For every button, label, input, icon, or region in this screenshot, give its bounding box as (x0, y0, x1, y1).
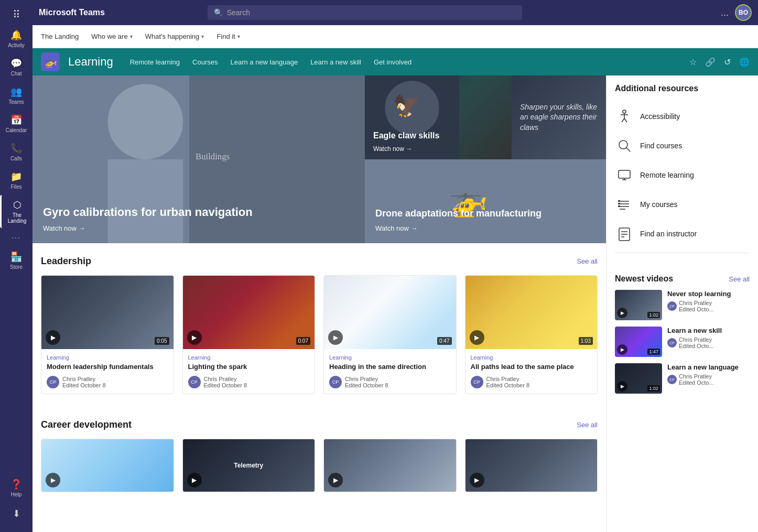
leadership-video-grid: ▶ 0:05 Learning Modern leadership fundam… (41, 275, 598, 394)
newest-video-title: Learn a new language (667, 363, 750, 371)
play-button[interactable]: ▶ (470, 330, 484, 345)
video-info-3: Learning All paths lead to the same plac… (465, 349, 598, 394)
play-button[interactable]: ▶ (328, 473, 343, 487)
hero-left[interactable]: Gyro calibrations for urban navigation W… (33, 75, 365, 243)
newest-card-1[interactable]: ▶ 1:47 Learn a new skill CP Chris Pratle… (615, 327, 750, 357)
sidebar-item-teams[interactable]: 👥 Teams (0, 82, 33, 109)
main-area: Microsoft Teams 🔍 ... BO The Landing Who… (33, 0, 758, 532)
sidebar-item-activity[interactable]: 🔔 Activity (0, 25, 33, 52)
refresh-icon[interactable]: ↺ (724, 57, 731, 67)
play-button[interactable]: ▶ (617, 381, 627, 392)
resources-title: Additional resources (615, 84, 750, 93)
sidebar-item-chat[interactable]: 💬 Chat (0, 53, 33, 81)
newest-card-2[interactable]: ▶ 1:02 Learn a new language CP Chris Pra… (615, 363, 750, 394)
play-button[interactable]: ▶ (470, 473, 484, 487)
career-card-2[interactable]: ▶ (323, 439, 457, 492)
search-input[interactable] (227, 8, 516, 17)
hero-right-bottom[interactable]: Drone adaptations for manufacturing Watc… (365, 159, 606, 243)
author-info: Chris Pratley Edited Octo... (679, 373, 714, 386)
play-button[interactable]: ▶ (328, 330, 343, 345)
sidebar-item-download[interactable]: ⬇ (0, 504, 33, 524)
video-card-3[interactable]: ▶ 1:03 Learning All paths lead to the sa… (465, 275, 598, 394)
hero-left-watch-button[interactable]: Watch now → (43, 224, 85, 232)
newest-author-row: CP Chris Pratley Edited Octo... (667, 373, 750, 386)
play-button[interactable]: ▶ (617, 308, 627, 318)
store-icon: 🏪 (10, 251, 22, 263)
author-info: Chris Pratley Edited Octo... (679, 300, 714, 312)
play-button[interactable]: ▶ (187, 473, 202, 487)
play-button[interactable]: ▶ (46, 330, 60, 345)
learning-nav-courses[interactable]: Courses (192, 58, 218, 66)
my-courses-label: My courses (640, 200, 678, 209)
learning-nav-remote[interactable]: Remote learning (130, 58, 180, 66)
sidebar-item-calendar[interactable]: 📅 Calendar (0, 110, 33, 137)
author-avatar: CP (667, 375, 677, 384)
video-category: Learning (188, 354, 310, 361)
resource-my-courses[interactable]: My courses (615, 190, 750, 219)
hero-bottom-right-watch[interactable]: Watch now → (375, 224, 417, 232)
hero-bottom-right-title: Drone adaptations for manufacturing (375, 208, 542, 219)
channel-nav-find-it[interactable]: Find it ▾ (216, 26, 240, 47)
calendar-icon: 📅 (10, 114, 22, 126)
video-card-1[interactable]: ▶ 0:07 Learning Lighting the spark CP Ch… (182, 275, 316, 394)
app-title: Microsoft Teams (39, 8, 105, 17)
video-title: Modern leadership fundamentals (47, 363, 168, 372)
sidebar-item-calls[interactable]: 📞 Calls (0, 138, 33, 166)
channel-nav: The Landing Who we are ▾ What's happenin… (33, 25, 758, 48)
channel-nav-the-landing[interactable]: The Landing (41, 26, 79, 47)
more-icon: ··· (12, 233, 21, 242)
teams-icon: 👥 (10, 86, 22, 97)
sidebar-item-label: Chat (10, 71, 21, 77)
video-card-0[interactable]: ▶ 0:05 Learning Modern leadership fundam… (41, 275, 174, 394)
learning-nav-skill[interactable]: Learn a new skill (310, 58, 361, 66)
learning-nav-involved[interactable]: Get involved (374, 58, 412, 66)
sidebar-item-the-landing[interactable]: ⬡ The Landing (0, 195, 33, 228)
channel-nav-who-we-are[interactable]: Who we are ▾ (91, 26, 132, 47)
learning-header: 🚁 Learning Remote learning Courses Learn… (33, 48, 758, 75)
resource-find-courses[interactable]: Find courses (615, 131, 750, 160)
chevron-down-icon: ▾ (130, 34, 133, 39)
play-button[interactable]: ▶ (187, 330, 202, 345)
career-card-1[interactable]: ▶ Telemetry (182, 439, 316, 492)
career-section: Career development See all ▶ ▶ Tel (33, 407, 606, 505)
channel-nav-whats-happening[interactable]: What's happening ▾ (145, 26, 204, 47)
sidebar-item-label: Help (11, 492, 22, 497)
newest-card-0[interactable]: ▶ 1:02 Never stop learning CP Chris Prat… (615, 290, 750, 320)
hero-right-top[interactable]: Eagle claw skills Watch now → Sharpen yo… (365, 75, 606, 159)
sidebar-item-label: Files (10, 184, 21, 190)
accessibility-label: Accessibility (640, 112, 680, 121)
topbar-right: ... BO (721, 4, 752, 21)
author-info: Chris Pratley Edited October 8 (62, 376, 106, 388)
author-avatar: CP (667, 338, 677, 348)
apps-grid-icon[interactable]: ⠿ (8, 4, 25, 25)
learning-nav-language[interactable]: Learn a new language (230, 58, 298, 66)
newest-see-all[interactable]: See all (729, 275, 750, 283)
topbar: Microsoft Teams 🔍 ... BO (33, 0, 758, 25)
career-thumb-1: ▶ Telemetry (183, 439, 315, 492)
play-button[interactable]: ▶ (46, 473, 60, 487)
resource-remote-learning[interactable]: Remote learning (615, 160, 750, 190)
sidebar-item-more[interactable]: ··· (0, 229, 33, 246)
sidebar-item-store[interactable]: 🏪 Store (0, 247, 33, 274)
resource-find-instructor[interactable]: Find an instructor (615, 219, 750, 248)
avatar[interactable]: BO (735, 4, 752, 21)
career-card-0[interactable]: ▶ (41, 439, 174, 492)
star-icon[interactable]: ☆ (689, 57, 697, 67)
hero-top-right-watch[interactable]: Watch now → (373, 145, 412, 153)
leadership-see-all[interactable]: See all (577, 257, 598, 265)
career-card-3[interactable]: ▶ (465, 439, 598, 492)
sidebar-item-files[interactable]: 📁 Files (0, 167, 33, 194)
sidebar-item-help[interactable]: ❓ Help (0, 474, 33, 502)
search-bar[interactable]: 🔍 (208, 5, 522, 20)
sidebar-item-label: Calendar (6, 127, 27, 133)
more-options-button[interactable]: ... (721, 7, 729, 18)
video-card-2[interactable]: ▶ 0:47 Learning Heading in the same dire… (323, 275, 457, 394)
globe-icon[interactable]: 🌐 (739, 57, 750, 67)
play-button[interactable]: ▶ (617, 344, 627, 355)
leadership-title: Leadership (41, 256, 91, 267)
hero-left-content: Gyro calibrations for urban navigation W… (33, 195, 365, 243)
resource-accessibility[interactable]: Accessibility (615, 102, 750, 131)
career-see-all[interactable]: See all (577, 421, 598, 429)
video-duration: 1:03 (579, 337, 593, 345)
link-icon[interactable]: 🔗 (705, 57, 716, 67)
